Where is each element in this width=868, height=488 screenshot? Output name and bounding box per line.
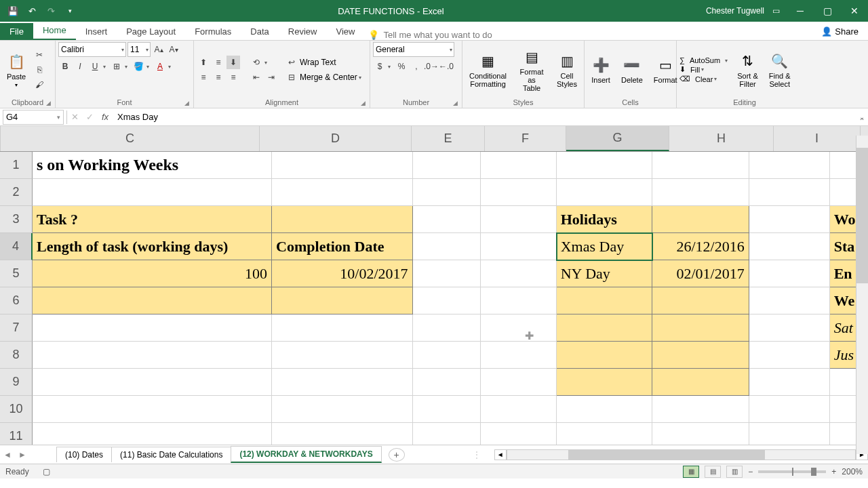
column-header-C[interactable]: C <box>1 126 260 151</box>
cell-D7[interactable] <box>272 314 412 342</box>
align-middle-button[interactable]: ≡ <box>212 56 225 69</box>
cell-E3[interactable] <box>413 206 481 233</box>
cell-D1[interactable] <box>272 152 412 179</box>
decrease-font-button[interactable]: A▾ <box>167 43 180 56</box>
cell-D3[interactable] <box>272 206 412 233</box>
cell-I6[interactable] <box>749 287 830 314</box>
qat-customize-icon[interactable]: ▾ <box>62 3 77 18</box>
sheet-tab-2[interactable]: (12) WORKDAY & NETWORKDAYS <box>231 446 381 463</box>
row-header-11[interactable]: 11 <box>0 423 33 445</box>
row-header-9[interactable]: 9 <box>0 369 33 396</box>
column-header-I[interactable]: I <box>774 126 861 151</box>
cell-G6[interactable] <box>557 287 652 314</box>
cell-G1[interactable] <box>557 152 652 179</box>
row-header-1[interactable]: 1 <box>0 152 33 179</box>
insert-cells-button[interactable]: ➕Insert <box>587 54 614 85</box>
cell-F9[interactable] <box>481 369 557 396</box>
cell-C9[interactable] <box>33 369 272 396</box>
cell-I5[interactable] <box>749 260 830 287</box>
font-dialog-icon[interactable]: ◢ <box>184 100 189 106</box>
maximize-button[interactable]: ▢ <box>814 0 841 22</box>
cell-F6[interactable] <box>481 287 557 314</box>
cell-I9[interactable] <box>749 369 830 396</box>
cell-F7[interactable] <box>481 314 557 342</box>
cell-E10[interactable] <box>413 396 481 423</box>
italic-button[interactable]: I <box>73 60 87 73</box>
row-header-4[interactable]: 4 <box>0 233 33 260</box>
cell-I1[interactable] <box>749 152 830 179</box>
cell-C8[interactable] <box>33 342 272 369</box>
percent-format-button[interactable]: % <box>395 60 408 73</box>
paste-button[interactable]: 📋 Paste ▾ <box>3 51 30 89</box>
tab-data[interactable]: Data <box>241 23 278 40</box>
zoom-out-button[interactable]: − <box>748 467 753 476</box>
number-format-combo[interactable] <box>373 42 454 57</box>
cell-I8[interactable] <box>749 342 830 369</box>
clear-button[interactable]: ⌫ Clear▾ <box>679 75 730 83</box>
cell-F5[interactable] <box>481 260 557 287</box>
cut-button[interactable]: ✂ <box>33 48 46 62</box>
font-color-button[interactable]: A <box>153 60 167 73</box>
fill-button[interactable]: ⬇ Fill▾ <box>679 65 730 74</box>
cell-E2[interactable] <box>413 179 481 206</box>
underline-button[interactable]: U <box>88 60 102 73</box>
cell-E1[interactable] <box>413 152 481 179</box>
normal-view-button[interactable]: ▦ <box>683 466 699 478</box>
cell-C7[interactable] <box>33 314 272 342</box>
cell-F11[interactable] <box>481 423 557 445</box>
cell-H11[interactable] <box>652 423 749 445</box>
sheet-tab-0[interactable]: (10) Dates <box>56 447 112 462</box>
sheet-nav-next[interactable]: ► <box>15 450 30 460</box>
share-button[interactable]: 👤 Share <box>812 23 868 40</box>
row-header-10[interactable]: 10 <box>0 396 33 423</box>
cell-G5[interactable]: NY Day <box>557 260 652 287</box>
cell-H4[interactable]: 26/12/2016 <box>652 233 749 260</box>
cell-D4[interactable]: Completion Date <box>272 233 412 260</box>
tab-view[interactable]: View <box>326 23 364 40</box>
close-button[interactable]: ✕ <box>841 0 868 22</box>
number-dialog-icon[interactable]: ◢ <box>453 100 458 106</box>
column-header-F[interactable]: F <box>485 126 566 151</box>
decrease-indent-button[interactable]: ⇤ <box>250 70 263 84</box>
cell-H9[interactable] <box>652 369 749 396</box>
tab-insert[interactable]: Insert <box>76 23 117 40</box>
cell-F2[interactable] <box>481 179 557 206</box>
tab-file[interactable]: File <box>0 23 33 40</box>
row-header-8[interactable]: 8 <box>0 342 33 369</box>
row-header-3[interactable]: 3 <box>0 206 33 233</box>
cell-E8[interactable] <box>413 342 481 369</box>
cell-H1[interactable] <box>652 152 749 179</box>
cell-C2[interactable] <box>33 179 272 206</box>
cell-H3[interactable] <box>652 206 749 233</box>
cell-I10[interactable] <box>749 396 830 423</box>
sort-filter-button[interactable]: ⇅Sort & Filter <box>733 50 762 89</box>
cell-C6[interactable] <box>33 287 272 314</box>
format-as-table-button[interactable]: ▤Format as Table <box>513 46 550 94</box>
cell-H7[interactable] <box>652 314 749 342</box>
row-header-2[interactable]: 2 <box>0 179 33 206</box>
vertical-scrollbar[interactable] <box>856 136 868 454</box>
cell-G4[interactable]: Xmas Day <box>557 233 652 260</box>
clipboard-dialog-icon[interactable]: ◢ <box>46 100 51 106</box>
row-header-6[interactable]: 6 <box>0 287 33 314</box>
font-size-combo[interactable] <box>127 42 151 57</box>
cell-G3[interactable]: Holidays <box>557 206 652 233</box>
cell-D5[interactable]: 10/02/2017 <box>272 260 412 287</box>
tab-formulas[interactable]: Formulas <box>185 23 241 40</box>
sheet-tab-1[interactable]: (11) Basic Date Calculations <box>111 447 231 462</box>
cell-C1[interactable]: s on Working Weeks <box>33 152 272 179</box>
conditional-formatting-button[interactable]: ▦Conditional Formatting <box>465 50 511 89</box>
user-name[interactable]: Chester Tugwell <box>706 6 764 16</box>
cell-I3[interactable] <box>749 206 830 233</box>
select-all-button[interactable] <box>0 126 1 151</box>
comma-format-button[interactable]: , <box>410 60 423 73</box>
find-select-button[interactable]: 🔍Find & Select <box>765 50 795 89</box>
cell-D11[interactable] <box>272 423 412 445</box>
font-family-combo[interactable] <box>58 42 126 57</box>
increase-indent-button[interactable]: ⇥ <box>264 70 278 84</box>
row-header-7[interactable]: 7 <box>0 314 33 342</box>
page-break-view-button[interactable]: ▥ <box>726 466 743 478</box>
cell-H6[interactable] <box>652 287 749 314</box>
cell-F10[interactable] <box>481 396 557 423</box>
cell-I4[interactable] <box>749 233 830 260</box>
